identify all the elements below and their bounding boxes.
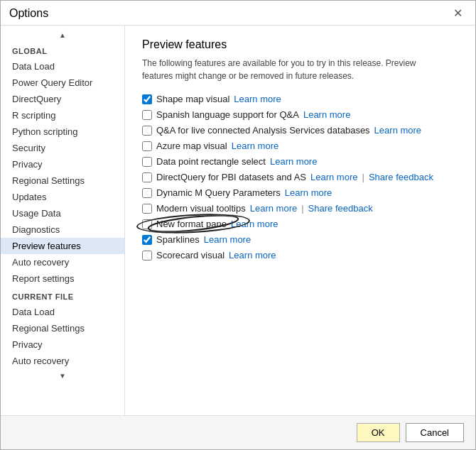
label-data-point: Data point rectangle select: [156, 156, 266, 167]
sidebar-item-auto-recovery[interactable]: Auto recovery: [1, 254, 124, 270]
learn-more-qa-live[interactable]: Learn more: [374, 125, 421, 136]
cancel-button[interactable]: Cancel: [406, 423, 464, 442]
sidebar-item-python-scripting[interactable]: Python scripting: [1, 124, 124, 140]
checkbox-data-point[interactable]: [142, 157, 152, 167]
label-sparklines: Sparklines: [156, 234, 200, 245]
sidebar-item-diagnostics[interactable]: Diagnostics: [1, 221, 124, 238]
checkbox-directquery-pbi[interactable]: [142, 172, 152, 182]
current-file-section-label: CURRENT FILE: [1, 287, 124, 304]
label-scorecard: Scorecard visual: [156, 250, 225, 260]
learn-more-directquery-pbi[interactable]: Learn more: [310, 172, 357, 182]
scroll-up-button[interactable]: ▲: [1, 28, 124, 41]
learn-more-azure-map[interactable]: Learn more: [232, 141, 278, 151]
label-shape-map: Shape map visual: [156, 94, 229, 104]
learn-more-scorecard[interactable]: Learn more: [229, 250, 276, 260]
close-button[interactable]: ✕: [449, 6, 467, 21]
checkbox-scorecard[interactable]: [142, 251, 152, 260]
title-bar: Options ✕: [1, 1, 475, 26]
feature-qa-live: Q&A for live connected Analysis Services…: [142, 125, 458, 136]
feature-scorecard: Scorecard visual Learn more: [142, 250, 458, 260]
label-new-format: New format pane: [156, 219, 227, 229]
label-modern-tooltips: Modern visual tooltips: [156, 203, 246, 214]
global-section-label: GLOBAL: [1, 41, 124, 58]
learn-more-new-format[interactable]: Learn more: [231, 219, 278, 229]
dialog-title: Options: [9, 7, 48, 20]
sidebar: ▲ GLOBAL Data Load Power Query Editor Di…: [1, 26, 125, 415]
checkbox-dynamic-m[interactable]: [142, 188, 152, 198]
feature-shape-map: Shape map visual Learn more: [142, 94, 458, 104]
main-title: Preview features: [142, 38, 458, 51]
label-directquery-pbi: DirectQuery for PBI datasets and AS: [156, 172, 306, 182]
share-feedback-directquery-pbi[interactable]: Share feedback: [369, 172, 433, 182]
sidebar-item-usage-data[interactable]: Usage Data: [1, 205, 124, 221]
learn-more-modern-tooltips[interactable]: Learn more: [250, 203, 297, 214]
sidebar-item-power-query-editor[interactable]: Power Query Editor: [1, 75, 124, 91]
main-description: The following features are available for…: [142, 57, 440, 82]
checkbox-new-format[interactable]: [142, 219, 152, 229]
learn-more-spanish-lang[interactable]: Learn more: [303, 109, 350, 120]
sidebar-item-data-load[interactable]: Data Load: [1, 58, 124, 75]
main-content: Preview features The following features …: [125, 26, 475, 415]
feature-sparklines: Sparklines Learn more: [142, 234, 458, 245]
sidebar-item-cf-auto-recovery[interactable]: Auto recovery: [1, 353, 124, 369]
feature-list: Shape map visual Learn more Spanish lang…: [142, 94, 458, 260]
ok-button[interactable]: OK: [357, 423, 400, 442]
feature-data-point: Data point rectangle select Learn more: [142, 156, 458, 167]
sidebar-item-directquery[interactable]: DirectQuery: [1, 91, 124, 107]
sidebar-item-cf-privacy[interactable]: Privacy: [1, 336, 124, 353]
checkbox-modern-tooltips[interactable]: [142, 204, 152, 214]
separator-directquery: |: [362, 172, 364, 182]
share-feedback-modern-tooltips[interactable]: Share feedback: [308, 203, 373, 214]
feature-modern-tooltips: Modern visual tooltips Learn more | Shar…: [142, 203, 458, 214]
sidebar-item-updates[interactable]: Updates: [1, 189, 124, 205]
checkbox-sparklines[interactable]: [142, 235, 152, 245]
learn-more-data-point[interactable]: Learn more: [270, 156, 317, 167]
feature-directquery-pbi: DirectQuery for PBI datasets and AS Lear…: [142, 172, 458, 182]
sidebar-item-preview-features[interactable]: Preview features: [1, 238, 124, 254]
checkbox-azure-map[interactable]: [142, 141, 152, 151]
checkbox-qa-live[interactable]: [142, 126, 152, 136]
feature-azure-map: Azure map visual Learn more: [142, 141, 458, 151]
scroll-down-button[interactable]: ▼: [1, 369, 124, 382]
separator-modern-tooltips: |: [301, 203, 303, 214]
options-dialog: Options ✕ ▲ GLOBAL Data Load Power Query…: [0, 0, 476, 450]
learn-more-shape-map[interactable]: Learn more: [234, 94, 281, 104]
label-dynamic-m: Dynamic M Query Parameters: [156, 187, 281, 198]
sidebar-item-cf-regional-settings[interactable]: Regional Settings: [1, 320, 124, 336]
label-qa-live: Q&A for live connected Analysis Services…: [156, 125, 370, 136]
sidebar-item-report-settings[interactable]: Report settings: [1, 270, 124, 287]
checkbox-spanish-lang[interactable]: [142, 110, 152, 120]
content-area: ▲ GLOBAL Data Load Power Query Editor Di…: [1, 26, 475, 415]
feature-spanish-lang: Spanish language support for Q&A Learn m…: [142, 109, 458, 120]
sidebar-item-r-scripting[interactable]: R scripting: [1, 107, 124, 124]
label-azure-map: Azure map visual: [156, 141, 227, 151]
learn-more-dynamic-m[interactable]: Learn more: [285, 187, 332, 198]
footer: OK Cancel: [1, 415, 475, 449]
label-spanish-lang: Spanish language support for Q&A: [156, 109, 299, 120]
feature-new-format: New format pane Learn more: [142, 219, 458, 229]
sidebar-item-cf-data-load[interactable]: Data Load: [1, 304, 124, 320]
feature-dynamic-m: Dynamic M Query Parameters Learn more: [142, 187, 458, 198]
sidebar-item-regional-settings[interactable]: Regional Settings: [1, 172, 124, 189]
sidebar-item-privacy[interactable]: Privacy: [1, 156, 124, 172]
learn-more-sparklines[interactable]: Learn more: [204, 234, 251, 245]
checkbox-shape-map[interactable]: [142, 94, 152, 104]
sidebar-item-security[interactable]: Security: [1, 140, 124, 156]
